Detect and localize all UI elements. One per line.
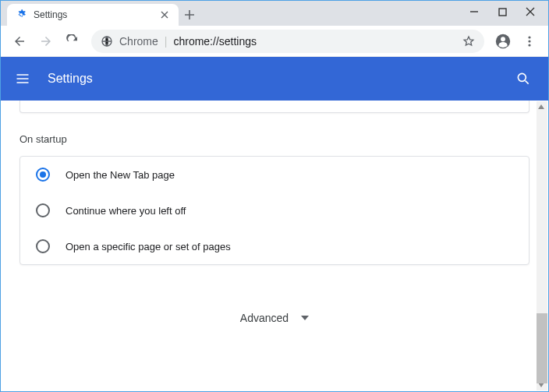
page-header: Settings (1, 57, 548, 101)
browser-menu-button[interactable] (517, 29, 542, 54)
radio-button[interactable] (36, 168, 50, 182)
site-info-icon[interactable] (101, 35, 113, 48)
svg-point-5 (528, 40, 530, 42)
bookmark-star-icon[interactable] (462, 35, 475, 48)
previous-section-card (19, 101, 530, 113)
startup-option-2[interactable]: Open a specific page or set of pages (20, 228, 529, 264)
advanced-label: Advanced (240, 312, 289, 324)
reload-button[interactable] (60, 29, 85, 54)
svg-point-4 (528, 36, 530, 38)
url-path: chrome://settings (173, 35, 257, 48)
title-bar: Settings (1, 1, 548, 26)
close-tab-icon[interactable] (158, 9, 171, 21)
search-icon[interactable] (514, 69, 533, 88)
toolbar: Chrome | chrome://settings (1, 26, 548, 57)
radio-button[interactable] (36, 203, 50, 217)
startup-option-0[interactable]: Open the New Tab page (20, 157, 529, 192)
hamburger-menu-icon[interactable] (13, 69, 32, 88)
advanced-toggle[interactable]: Advanced (19, 312, 530, 324)
browser-tab[interactable]: Settings (7, 4, 179, 26)
radio-button[interactable] (36, 239, 50, 253)
svg-point-7 (518, 73, 526, 81)
radio-label: Open the New Tab page (66, 169, 175, 181)
radio-label: Open a specific page or set of pages (66, 241, 231, 253)
back-button[interactable] (7, 29, 32, 54)
profile-avatar-icon[interactable] (491, 29, 515, 54)
window-controls (469, 1, 545, 23)
url-scheme-label: Chrome (119, 35, 158, 48)
tab-title: Settings (34, 9, 158, 20)
scrollbar-thumb[interactable] (537, 313, 547, 383)
startup-option-1[interactable]: Continue where you left off (20, 192, 529, 228)
scroll-up-arrow-icon[interactable] (537, 103, 545, 111)
minimize-icon[interactable] (469, 6, 480, 17)
settings-gear-icon (15, 9, 27, 21)
forward-button[interactable] (34, 29, 58, 54)
url-separator: | (165, 35, 168, 48)
page-title: Settings (48, 72, 93, 86)
section-title: On startup (19, 133, 530, 145)
new-tab-button[interactable] (179, 4, 200, 26)
address-bar[interactable]: Chrome | chrome://settings (91, 30, 484, 53)
content-area: On startup Open the New Tab pageContinue… (1, 101, 548, 391)
maximize-icon[interactable] (497, 6, 508, 17)
window-close-icon[interactable] (525, 6, 536, 17)
url-text: Chrome | chrome://settings (119, 35, 456, 48)
on-startup-card: Open the New Tab pageContinue where you … (19, 156, 530, 265)
svg-point-3 (501, 37, 505, 41)
chevron-down-icon (301, 316, 309, 320)
radio-label: Continue where you left off (66, 205, 186, 217)
svg-point-6 (528, 44, 530, 46)
svg-rect-0 (499, 9, 506, 16)
